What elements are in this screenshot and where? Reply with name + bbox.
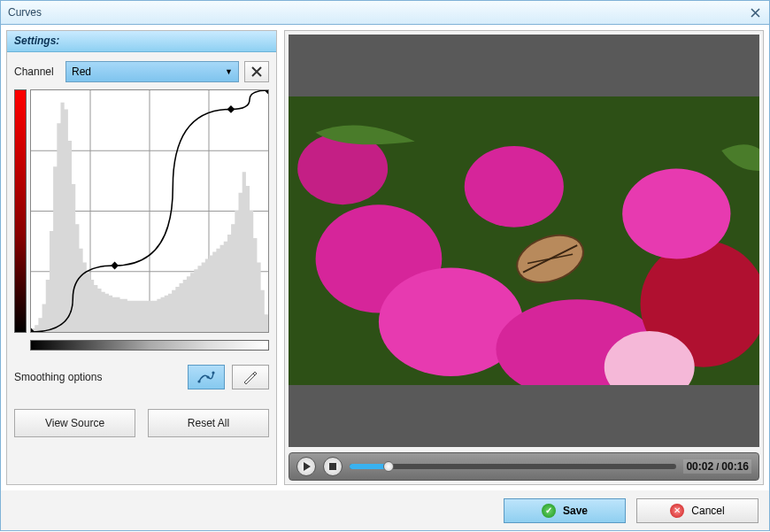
vertical-gradient [14,89,27,333]
curves-editor[interactable] [30,89,269,333]
time-display: 00:02 / 00:16 [683,459,751,474]
svg-point-11 [206,375,209,378]
window-title: Curves [8,6,42,19]
player-bar: 00:02 / 00:16 [289,452,759,481]
svg-rect-8 [227,105,235,113]
svg-point-19 [465,146,564,227]
reset-all-button[interactable]: Reset All [148,409,269,437]
pencil-icon [243,370,258,384]
chevron-down-icon: ▼ [225,67,233,76]
reset-channel-button[interactable] [244,61,269,82]
settings-panel: Settings: Channel Red ▼ Smooth [6,30,277,485]
x-icon [251,66,262,77]
play-icon [303,462,311,471]
channel-dropdown[interactable]: Red ▼ [65,61,239,82]
save-button[interactable]: ✓ Save [504,498,626,523]
svg-point-18 [622,168,730,258]
cancel-button[interactable]: ✕ Cancel [636,498,758,523]
check-icon: ✓ [542,504,556,518]
smoothing-label: Smoothing options [14,371,102,383]
close-button[interactable] [746,4,764,20]
seek-slider[interactable] [350,464,676,469]
close-icon [751,8,760,18]
curve-icon [197,371,215,383]
svg-rect-7 [111,262,119,270]
channel-label: Channel [14,66,60,78]
title-bar: Curves [0,0,770,25]
video-preview [289,35,759,447]
freehand-button[interactable] [232,365,269,389]
settings-header: Settings: [7,31,276,52]
stop-button[interactable] [323,457,343,476]
stop-icon [329,463,336,470]
svg-point-10 [197,380,200,382]
channel-value: Red [72,66,91,78]
preview-image [289,96,759,385]
svg-rect-26 [329,463,336,470]
cancel-icon: ✕ [670,504,684,518]
dialog-footer: ✓ Save ✕ Cancel [0,490,770,531]
preview-panel: 00:02 / 00:16 [284,30,764,485]
channel-row: Channel Red ▼ [14,61,269,82]
seek-thumb[interactable] [383,461,394,472]
svg-point-12 [212,371,214,374]
smooth-curve-button[interactable] [188,365,225,389]
play-button[interactable] [296,457,316,476]
horizontal-gradient [30,340,269,351]
view-source-button[interactable]: View Source [14,409,135,437]
